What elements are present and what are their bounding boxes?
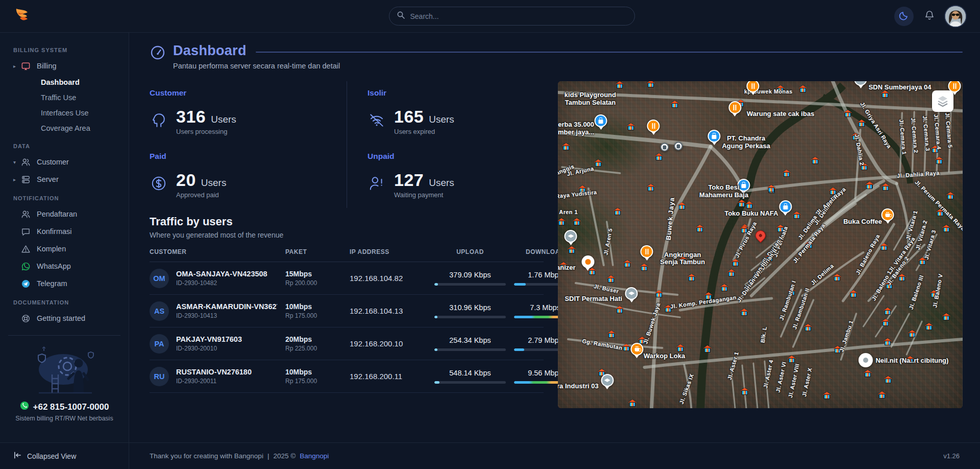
table-row[interactable]: OM OMA-SANJAYA-VN423508 ID-2930-10482 15…: [150, 262, 544, 295]
house-marker[interactable]: [908, 330, 916, 337]
user-avatar[interactable]: [945, 6, 966, 27]
poi-marker[interactable]: [859, 353, 873, 367]
house-marker[interactable]: [594, 159, 602, 167]
poi-marker[interactable]: [881, 208, 894, 221]
house-marker[interactable]: [946, 192, 954, 199]
contact-phone[interactable]: +62 815-1007-0000: [0, 401, 129, 413]
house-marker[interactable]: [696, 225, 704, 232]
house-marker[interactable]: [607, 275, 615, 283]
house-marker[interactable]: [793, 212, 801, 219]
house-marker[interactable]: [864, 370, 872, 377]
house-marker[interactable]: [627, 123, 635, 130]
house-marker[interactable]: [616, 306, 624, 313]
sidebar-item-telegram[interactable]: Telegram: [0, 275, 129, 292]
sidebar-item-dashboard[interactable]: Dashboard: [0, 75, 129, 90]
house-marker[interactable]: [731, 259, 740, 266]
house-marker[interactable]: [655, 290, 663, 297]
house-marker[interactable]: [678, 202, 686, 209]
house-marker[interactable]: [849, 290, 857, 297]
house-marker[interactable]: [788, 356, 796, 363]
map-layers-button[interactable]: [932, 90, 953, 112]
house-marker[interactable]: [745, 201, 753, 208]
house-marker[interactable]: [925, 323, 933, 330]
house-marker[interactable]: [628, 400, 636, 407]
house-marker[interactable]: [878, 391, 886, 398]
house-marker[interactable]: [740, 309, 748, 316]
house-marker[interactable]: [676, 344, 684, 351]
poi-marker[interactable]: [641, 245, 653, 258]
sidebar-item-billing[interactable]: ▸ Billing: [0, 57, 129, 75]
house-marker[interactable]: [881, 319, 890, 326]
house-marker[interactable]: [647, 184, 655, 191]
footer-brand-link[interactable]: Bangnopi: [300, 452, 329, 460]
house-marker[interactable]: [804, 324, 812, 331]
dark-mode-toggle[interactable]: [894, 7, 914, 26]
coverage-map[interactable]: anggisJl. ArjunaRaya YudistiraAren 1Jl. …: [558, 81, 963, 408]
house-marker[interactable]: [898, 274, 906, 281]
house-marker[interactable]: [720, 284, 728, 291]
poi-marker[interactable]: [674, 142, 682, 151]
house-marker[interactable]: [614, 208, 622, 215]
house-marker[interactable]: [884, 376, 892, 383]
poi-marker[interactable]: [708, 130, 721, 143]
notifications-button[interactable]: [924, 10, 935, 23]
house-marker[interactable]: [573, 218, 581, 225]
sidebar-item-getting-started[interactable]: Getting started: [0, 310, 129, 327]
sidebar-item-customer[interactable]: ▾ Customer: [0, 153, 129, 171]
sidebar-item-coverage-area[interactable]: Coverage Area: [0, 121, 129, 136]
table-row[interactable]: PA PAKJAY-VN917603 ID-2930-20010 20Mbps …: [150, 327, 544, 360]
sidebar-item-server[interactable]: ▸ Server: [0, 171, 129, 188]
search-input[interactable]: [410, 12, 627, 20]
house-marker[interactable]: [688, 274, 696, 281]
poi-marker[interactable]: [581, 255, 594, 268]
house-marker[interactable]: [880, 243, 888, 250]
house-marker[interactable]: [799, 85, 807, 92]
house-marker[interactable]: [884, 338, 892, 345]
house-marker[interactable]: [640, 264, 648, 271]
house-marker[interactable]: [727, 269, 736, 276]
house-marker[interactable]: [767, 185, 775, 192]
house-marker[interactable]: [607, 331, 616, 338]
sidebar-item-whatsapp[interactable]: WhatsApp: [0, 257, 129, 275]
poi-marker[interactable]: [595, 114, 607, 127]
house-marker[interactable]: [782, 170, 791, 177]
house-marker[interactable]: [884, 308, 892, 315]
house-marker[interactable]: [881, 183, 890, 191]
house-marker[interactable]: [671, 101, 679, 108]
house-marker[interactable]: [844, 110, 852, 117]
sidebar-item-traffic-use[interactable]: Traffic Use: [0, 90, 129, 105]
house-marker[interactable]: [738, 200, 746, 207]
brand-logo-icon[interactable]: [13, 6, 33, 27]
house-marker[interactable]: [865, 182, 873, 189]
house-marker[interactable]: [833, 274, 841, 281]
house-marker[interactable]: [562, 143, 570, 150]
poi-marker[interactable]: [660, 143, 669, 152]
house-marker[interactable]: [647, 81, 655, 87]
poi-marker[interactable]: [625, 287, 638, 300]
poi-marker[interactable]: [601, 374, 614, 387]
sidebar-item-pendaftaran[interactable]: Pendaftaran: [0, 205, 129, 223]
poi-marker[interactable]: [779, 200, 792, 213]
sidebar-item-konfirmasi[interactable]: Konfirmasi: [0, 223, 129, 240]
house-marker[interactable]: [616, 81, 624, 88]
house-marker[interactable]: [942, 225, 950, 232]
poi-marker[interactable]: [728, 101, 741, 114]
poi-marker[interactable]: [630, 343, 643, 356]
table-row[interactable]: AS ASMAR-KAMARUDIN-VN3627 ID-2930-10413 …: [150, 295, 544, 327]
poi-marker[interactable]: [647, 120, 660, 132]
house-marker[interactable]: [823, 392, 831, 399]
house-marker[interactable]: [741, 388, 749, 395]
table-row[interactable]: RU RUSTANIO-VN276180 ID-2930-20011 10Mbp…: [150, 360, 544, 393]
poi-marker[interactable]: [565, 230, 577, 243]
house-marker[interactable]: [655, 153, 663, 160]
house-marker[interactable]: [942, 313, 950, 320]
house-marker[interactable]: [811, 157, 819, 164]
sidebar-item-komplen[interactable]: Komplen: [0, 240, 129, 257]
house-marker[interactable]: [558, 218, 566, 225]
house-marker[interactable]: [857, 120, 866, 127]
house-marker[interactable]: [623, 260, 631, 267]
house-marker[interactable]: [703, 345, 712, 353]
collapse-sidebar-button[interactable]: Collapsed View: [0, 443, 129, 469]
house-marker[interactable]: [622, 344, 630, 351]
sidebar-item-interfaces-use[interactable]: Interfaces Use: [0, 105, 129, 121]
